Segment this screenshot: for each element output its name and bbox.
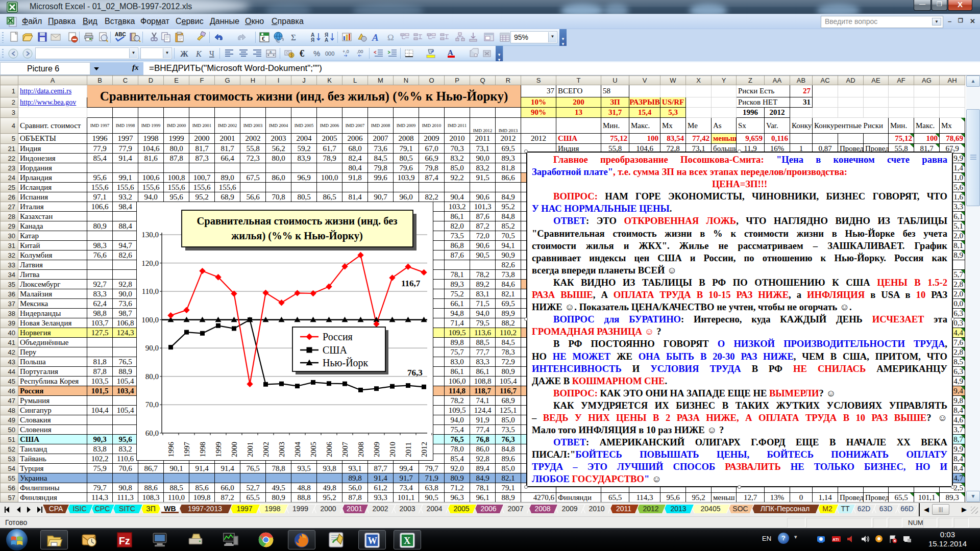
svg-text:2000: 2000 — [230, 442, 238, 457]
svg-text:2006: 2006 — [325, 441, 333, 457]
svg-text:К: К — [195, 49, 202, 58]
svg-text:+,0: +,0 — [342, 49, 349, 54]
svg-text:1996: 1996 — [167, 441, 175, 457]
svg-text:ABC: ABC — [115, 32, 126, 37]
svg-text:100,0: 100,0 — [141, 316, 159, 324]
svg-text:110,0: 110,0 — [142, 287, 159, 295]
svg-text:Ч: Ч — [209, 49, 214, 58]
svg-text:%: % — [313, 49, 320, 58]
svg-text:130,0: 130,0 — [141, 231, 159, 239]
svg-text:W: W — [368, 536, 378, 546]
svg-text:,00: ,00 — [357, 49, 363, 54]
svg-text:2007: 2007 — [341, 441, 349, 457]
svg-text:жилья) (%% к Нью-Йорку): жилья) (%% к Нью-Йорку) — [231, 230, 362, 242]
svg-text:a: a — [270, 50, 272, 54]
svg-text:2003: 2003 — [278, 442, 286, 457]
svg-text:2009: 2009 — [373, 442, 381, 457]
svg-text:80,0: 80,0 — [145, 372, 159, 381]
svg-text:X: X — [404, 536, 411, 546]
svg-text:$: $ — [290, 53, 293, 58]
svg-text:€: € — [300, 48, 304, 59]
svg-text:А: А — [325, 37, 328, 43]
svg-text:2008: 2008 — [357, 442, 365, 457]
svg-text:000: 000 — [325, 51, 334, 57]
svg-text:€: € — [262, 35, 265, 42]
svg-text:1998: 1998 — [199, 442, 207, 457]
svg-text:76,3: 76,3 — [407, 368, 423, 378]
svg-text:2002: 2002 — [262, 442, 270, 457]
svg-text:2004: 2004 — [293, 441, 302, 457]
svg-text:70,0: 70,0 — [145, 400, 159, 409]
svg-text:Ж: Ж — [180, 49, 188, 58]
svg-text:2001: 2001 — [246, 442, 254, 457]
svg-text:ATI: ATI — [832, 537, 839, 542]
svg-text:Σ: Σ — [291, 33, 296, 42]
svg-text:116,7: 116,7 — [401, 279, 421, 288]
svg-text:Нью-Йорк: Нью-Йорк — [323, 357, 369, 369]
svg-text:A: A — [372, 32, 379, 43]
svg-text:Сравнительная стоимость жизни: Сравнительная стоимость жизни (инд. без — [197, 215, 397, 227]
svg-text:2011: 2011 — [404, 442, 412, 457]
svg-text:120,0: 120,0 — [141, 259, 159, 267]
svg-text:Я: Я — [311, 37, 314, 43]
svg-text:60,0: 60,0 — [145, 429, 159, 437]
svg-text:Fz: Fz — [119, 535, 130, 546]
svg-text:2010: 2010 — [388, 442, 397, 457]
svg-text:2012: 2012 — [420, 442, 428, 457]
svg-text:1997: 1997 — [183, 441, 191, 457]
svg-text:A: A — [448, 48, 453, 57]
svg-text:Ω: Ω — [387, 33, 394, 42]
svg-text:2005: 2005 — [309, 442, 317, 457]
svg-text:Россия: Россия — [323, 331, 353, 342]
svg-text:США: США — [323, 344, 348, 356]
svg-text:1999: 1999 — [214, 442, 223, 457]
svg-text:90,0: 90,0 — [145, 344, 159, 352]
